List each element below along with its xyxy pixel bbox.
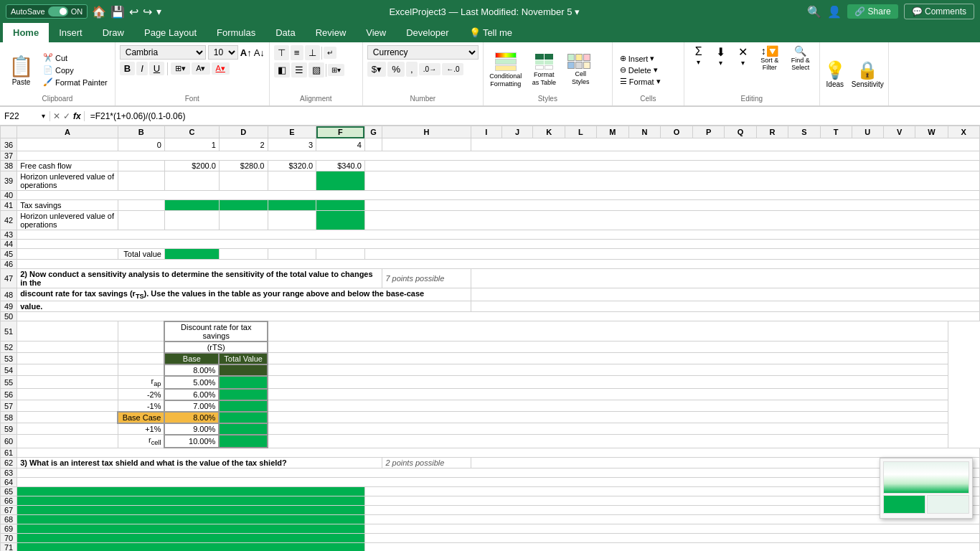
bold-button[interactable]: B — [120, 62, 135, 75]
cell-a51[interactable] — [17, 321, 118, 342]
cell-green-70[interactable] — [17, 533, 365, 542]
cell-a54[interactable] — [17, 364, 118, 376]
ideas-button[interactable]: 💡 Ideas — [824, 60, 846, 88]
cell-a38[interactable]: Free cash flow — [17, 161, 118, 171]
cell-d57[interactable] — [219, 400, 268, 412]
cell-e39[interactable] — [268, 171, 316, 191]
cell-b57[interactable]: -1% — [118, 400, 164, 412]
cell-c60[interactable]: 10.00% — [164, 435, 219, 448]
cell-c45[interactable] — [164, 249, 219, 260]
cell-d53[interactable]: Total Value — [219, 353, 268, 364]
cell-a58[interactable] — [17, 412, 118, 423]
cell-c57[interactable]: 7.00% — [164, 400, 219, 412]
tab-page-layout[interactable]: Page Layout — [134, 23, 207, 42]
col-header-r[interactable]: R — [756, 126, 788, 138]
user-icon[interactable]: 👤 — [827, 5, 842, 19]
sensitivity-button[interactable]: 🔒 Sensitivity — [852, 60, 884, 88]
cell-d55[interactable] — [219, 376, 268, 389]
fill-color-button[interactable]: A▾ — [192, 62, 209, 75]
font-size-select[interactable]: 10 — [208, 45, 238, 60]
row-header-36[interactable]: 36 — [1, 138, 17, 151]
row-header-47[interactable]: 47 — [1, 269, 17, 288]
col-header-x[interactable]: X — [948, 126, 979, 138]
format-as-table-button[interactable]: Formatas Table — [528, 54, 560, 87]
align-bottom-button[interactable]: ⊥ — [305, 45, 320, 60]
align-middle-button[interactable]: ≡ — [291, 45, 303, 60]
cell-c39[interactable] — [164, 171, 219, 191]
cell-f38[interactable]: $340.0 — [316, 161, 365, 171]
tab-tell-me[interactable]: 💡 Tell me — [459, 23, 523, 42]
copy-button[interactable]: 📄Copy — [40, 65, 110, 75]
sum-button[interactable]: Σ ▾ — [689, 45, 709, 95]
cell-b55[interactable]: rap — [118, 376, 164, 389]
increase-decimal-button[interactable]: .0→ — [419, 63, 440, 75]
row-header-71[interactable]: 71 — [1, 542, 17, 551]
cell-a45[interactable] — [17, 249, 118, 260]
cell-d38[interactable]: $280.0 — [219, 161, 268, 171]
merge-button[interactable]: ⊞▾ — [328, 64, 344, 76]
col-header-v[interactable]: V — [884, 126, 915, 138]
cut-button[interactable]: ✂️Cut — [40, 52, 110, 63]
cell-b38[interactable] — [118, 161, 164, 171]
col-header-e[interactable]: E — [268, 126, 316, 138]
col-header-n[interactable]: N — [628, 126, 660, 138]
font-shrink-icon[interactable]: A↓ — [254, 47, 265, 58]
col-header-h[interactable]: H — [382, 126, 471, 138]
col-header-o[interactable]: O — [661, 126, 693, 138]
row-header-37[interactable]: 37 — [1, 151, 17, 161]
find-select-button[interactable]: 🔍 Find &Select — [786, 45, 815, 95]
insert-function-icon[interactable]: fx — [73, 111, 81, 121]
cell-d41[interactable] — [219, 200, 268, 211]
cell-e38[interactable]: $320.0 — [268, 161, 316, 171]
cell-d42[interactable] — [219, 211, 268, 230]
tab-home[interactable]: Home — [3, 23, 49, 42]
sort-filter-button[interactable]: ↕🔽 Sort &Filter — [755, 45, 784, 95]
toolbar-icon-home[interactable]: 🏠 — [92, 5, 106, 19]
cell-d39[interactable] — [219, 171, 268, 191]
cell-b45[interactable]: Total value — [118, 249, 164, 260]
delete-button[interactable]: ⊖Delete▾ — [617, 65, 664, 75]
cell-c52[interactable]: (rTS) — [164, 342, 268, 353]
col-header-l[interactable]: L — [565, 126, 596, 138]
cell-d58[interactable] — [219, 412, 268, 423]
fill-button[interactable]: ⬇ ▾ — [711, 45, 731, 95]
row-header-62[interactable]: 62 — [1, 457, 17, 468]
cell-e36[interactable]: 3 — [268, 138, 316, 151]
insert-button[interactable]: ⊕Insert▾ — [617, 53, 664, 64]
col-header-u[interactable]: U — [852, 126, 883, 138]
cell-b58[interactable]: Base Case — [118, 412, 164, 423]
conditional-formatting-button[interactable]: ConditionalFormatting — [488, 52, 524, 88]
align-top-button[interactable]: ⊤ — [274, 45, 289, 60]
cell-c56[interactable]: 6.00% — [164, 389, 219, 400]
cell-green-68[interactable] — [17, 514, 365, 524]
comments-button[interactable]: 💬 Comments — [904, 4, 974, 19]
col-header-c[interactable]: C — [164, 126, 219, 138]
row-header-61[interactable]: 61 — [1, 448, 17, 457]
row-header-60[interactable]: 60 — [1, 435, 17, 448]
cell-b59[interactable]: +1% — [118, 423, 164, 435]
tab-formulas[interactable]: Formulas — [207, 23, 265, 42]
paste-button[interactable]: 📋 Paste — [4, 53, 38, 88]
row-header-45[interactable]: 45 — [1, 249, 17, 260]
toolbar-icon-undo[interactable]: ↩ — [129, 5, 138, 19]
cell-a55[interactable] — [17, 376, 118, 389]
row-header-65[interactable]: 65 — [1, 486, 17, 496]
row-header-69[interactable]: 69 — [1, 524, 17, 533]
cell-ref-arrow[interactable]: ▾ — [42, 112, 45, 120]
cell-b39[interactable] — [118, 171, 164, 191]
tab-review[interactable]: Review — [306, 23, 357, 42]
cell-styles-button[interactable]: CellStyles — [565, 54, 597, 86]
cell-d45[interactable] — [219, 249, 268, 260]
font-color-button[interactable]: A▾ — [212, 62, 230, 75]
row-header-51[interactable]: 51 — [1, 321, 17, 342]
underline-button[interactable]: U — [149, 62, 164, 75]
search-icon[interactable]: 🔍 — [807, 5, 821, 19]
autosave-toggle[interactable] — [48, 6, 68, 17]
row-header-41[interactable]: 41 — [1, 200, 17, 211]
row-header-64[interactable]: 64 — [1, 477, 17, 486]
row-header-48[interactable]: 48 — [1, 288, 17, 301]
col-header-a[interactable]: A — [17, 126, 118, 138]
cell-a57[interactable] — [17, 400, 118, 412]
cell-b42[interactable] — [118, 211, 164, 230]
cell-b53[interactable] — [118, 353, 164, 364]
